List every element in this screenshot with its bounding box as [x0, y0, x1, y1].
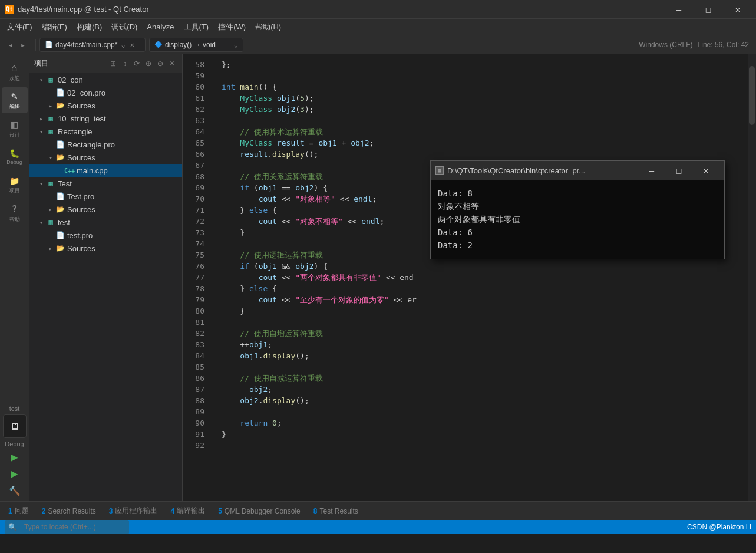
tree-sort-btn[interactable]: ↕: [120, 58, 130, 69]
pro-icon-02_con: 📄: [55, 88, 65, 97]
bottom-tab-编译输出[interactable]: 4 编译输出: [164, 503, 211, 519]
active-file-path: day4/test/main.cpp*: [55, 41, 117, 49]
code-line-60: int main() {: [222, 81, 738, 93]
tree-row-02_con[interactable]: ▦ 02_con: [29, 73, 182, 86]
close-file[interactable]: ✕: [130, 41, 134, 49]
token: main: [240, 81, 258, 93]
bottom-tab-label-3: 编译输出: [177, 506, 205, 516]
terminal-maximize[interactable]: □: [665, 161, 692, 180]
label-test-pro: Test.pro: [67, 192, 94, 201]
tree-row-test-lower[interactable]: ▦ test: [29, 216, 182, 229]
token: <<: [335, 193, 354, 205]
tree-row-test-lower-pro[interactable]: 📄 test.pro: [29, 229, 182, 242]
token: (: [249, 261, 259, 272]
arrow-10_string[interactable]: [37, 114, 46, 123]
project-icon-rectangle: ▦: [46, 127, 55, 136]
arrow-02_con[interactable]: [37, 75, 46, 84]
tree-filter-btn[interactable]: ⊞: [108, 58, 118, 69]
sidebar-item-edit[interactable]: ✎ 编辑: [2, 87, 28, 113]
build-button[interactable]: 🔨: [9, 485, 21, 496]
locate-input[interactable]: [19, 521, 126, 534]
tree-row-rectangle-sources[interactable]: 📂 Sources: [29, 151, 182, 164]
nav-left[interactable]: ◂: [5, 39, 16, 51]
arrow-test-sources[interactable]: [46, 205, 55, 214]
tree-row-main-cpp[interactable]: C++ main.cpp: [29, 164, 182, 177]
menu-edit[interactable]: 编辑(E): [37, 21, 72, 34]
arrow-test-project[interactable]: [37, 179, 46, 188]
sidebar-item-help[interactable]: ? 帮助: [2, 200, 28, 226]
file-path-bar[interactable]: 📄 day4/test/main.cpp* ⌄ ✕: [39, 38, 146, 52]
tree-row-rectangle[interactable]: ▦ Rectangle: [29, 125, 182, 138]
token: <<: [277, 294, 295, 305]
token: MyClass: [240, 104, 272, 115]
nav-right[interactable]: ▸: [17, 39, 29, 51]
menu-tools[interactable]: 工具(T): [179, 21, 214, 34]
debug-screen-button[interactable]: 🖥: [3, 414, 27, 438]
line-num-61: 61: [183, 93, 207, 104]
bottom-tab-问题[interactable]: 1 问题: [2, 503, 35, 519]
line-num-89: 89: [183, 406, 207, 417]
tree-row-02_con_pro[interactable]: 📄 02_con.pro: [29, 86, 182, 99]
pro-icon-rectangle: 📄: [55, 140, 65, 149]
tree-sync-btn[interactable]: ⟳: [131, 58, 142, 69]
tree-row-02_con_sources[interactable]: 📂 Sources: [29, 99, 182, 112]
menu-debug[interactable]: 调试(D): [107, 21, 142, 34]
token: obj2: [240, 395, 258, 406]
arrow-test-lower[interactable]: [37, 218, 46, 227]
run-with-debug-button[interactable]: ▶: [11, 466, 18, 480]
function-dropdown[interactable]: ⌄: [234, 41, 238, 49]
tree-row-test-lower-sources[interactable]: 📂 Sources: [29, 242, 182, 255]
line-num-78: 78: [183, 283, 207, 294]
bottom-tab-应用程序输出[interactable]: 3 应用程序输出: [103, 503, 164, 519]
tree-expand-btn[interactable]: ⊕: [143, 58, 154, 69]
minimize-button[interactable]: —: [665, 0, 692, 19]
menu-controls[interactable]: 控件(W): [213, 21, 250, 34]
tree-row-10_string[interactable]: ▦ 10_string_test: [29, 112, 182, 125]
code-line-63: [222, 115, 738, 126]
maximize-button[interactable]: □: [695, 0, 722, 19]
run-button[interactable]: ▶: [11, 450, 18, 464]
token: ==: [277, 182, 295, 193]
tree-close-btn[interactable]: ✕: [167, 58, 177, 69]
scrollbar-thumb[interactable]: [749, 66, 755, 125]
token: ) {: [314, 182, 328, 193]
cpp-icon-main: C++: [65, 166, 74, 175]
bottom-tab-qml-debugger-console[interactable]: 5 QML Debugger Console: [212, 503, 306, 519]
close-button[interactable]: ✕: [724, 0, 751, 19]
sidebar-item-debug[interactable]: 🐛 Debug: [2, 144, 28, 170]
bottom-tab-test-results[interactable]: 8 Test Results: [308, 503, 364, 519]
code-lines[interactable]: }; int main() { MyClass obj1(5); MyClass…: [212, 54, 748, 501]
arrow-rectangle[interactable]: [37, 127, 46, 136]
function-bar[interactable]: 🔷 display() → void ⌄: [149, 38, 243, 52]
menu-build[interactable]: 构建(B): [72, 21, 107, 34]
path-dropdown[interactable]: ⌄: [121, 41, 125, 49]
sidebar-item-design[interactable]: ◧ 设计: [2, 116, 28, 141]
tree-row-test-sources[interactable]: 📂 Sources: [29, 203, 182, 216]
token: result: [240, 149, 268, 160]
encoding-display[interactable]: Windows (CRLF): [639, 41, 692, 49]
arrow-rectangle-sources[interactable]: [46, 153, 55, 162]
terminal-close[interactable]: ✕: [692, 161, 719, 180]
vertical-scrollbar[interactable]: [748, 54, 756, 501]
token: else: [249, 283, 268, 294]
tree-row-test-project[interactable]: ▦ Test: [29, 177, 182, 190]
sidebar-item-welcome[interactable]: ⌂ 欢迎: [2, 59, 28, 85]
menu-analyze[interactable]: Analyze: [142, 21, 179, 32]
menu-file[interactable]: 文件(F): [2, 21, 37, 34]
line-num-84: 84: [183, 350, 207, 361]
tree-row-test-pro[interactable]: 📄 Test.pro: [29, 190, 182, 203]
terminal-minimize[interactable]: —: [638, 161, 665, 180]
arrow-02_con_sources[interactable]: [46, 101, 55, 110]
welcome-icon: ⌂: [11, 61, 18, 74]
menu-help[interactable]: 帮助(H): [250, 21, 286, 34]
token: <<: [277, 193, 295, 205]
token: () {: [259, 81, 277, 93]
label-test-sources: Sources: [67, 205, 95, 214]
arrow-test-lower-sources[interactable]: [46, 243, 55, 253]
sidebar-item-project[interactable]: 📁 项目: [2, 172, 28, 198]
token: ;: [369, 137, 374, 149]
tree-collapse-btn[interactable]: ⊖: [155, 58, 166, 69]
tree-row-rectangle-pro[interactable]: 📄 Rectangle.pro: [29, 138, 182, 151]
bottom-tab-search-results[interactable]: 2 Search Results: [36, 503, 102, 519]
token: --: [240, 384, 249, 395]
